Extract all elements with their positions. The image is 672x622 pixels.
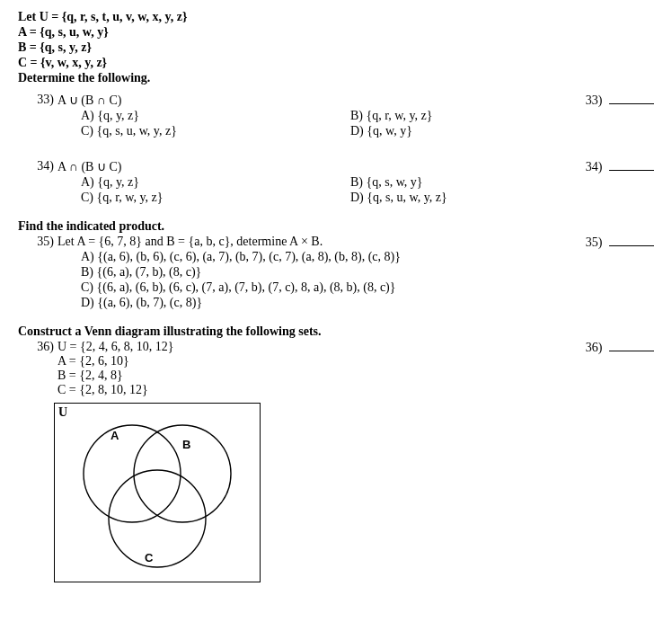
preamble-line-1: Let U = {q, r, s, t, u, v, w, x, y, z} xyxy=(18,10,654,24)
venn-label-c: C xyxy=(145,551,154,564)
q33-answer-blank[interactable] xyxy=(609,93,654,104)
q33-number: 33) xyxy=(18,93,57,108)
q34-answer-label: 34) xyxy=(586,160,603,173)
preamble-block: Let U = {q, r, s, t, u, v, w, x, y, z} A… xyxy=(18,10,654,85)
q34-answer-blank[interactable] xyxy=(609,159,654,171)
question-36: 36) U = {2, 4, 6, 8, 10, 12} 36) A = {2,… xyxy=(18,340,654,582)
preamble-line-4: C = {v, w, x, y, z} xyxy=(18,56,654,70)
q34-answer-slot: 34) xyxy=(586,159,654,174)
preamble-line-2: A = {q, s, u, w, y} xyxy=(18,25,654,40)
preamble-line-3: B = {q, s, y, z} xyxy=(18,40,654,55)
q34-choice-a: A) {q, y, z} xyxy=(81,175,350,190)
q34-text: A ∩ (B ∪ C) xyxy=(57,159,654,174)
question-34: 34) A ∩ (B ∪ C) 34) A) {q, y, z} C) {q, … xyxy=(18,159,654,206)
q34-choice-b: B) {q, s, w, y} xyxy=(350,175,447,190)
q36-number: 36) xyxy=(18,340,57,354)
q36-line-3: B = {2, 4, 8} xyxy=(57,369,654,383)
venn-circle-a xyxy=(84,425,181,522)
q36-line-2: A = {2, 6, 10} xyxy=(57,354,654,369)
q33-choice-c: C) {q, s, u, w, y, z} xyxy=(81,124,350,138)
section-35-heading: Find the indicated product. xyxy=(18,219,654,234)
q34-number: 34) xyxy=(18,159,57,174)
q34-choice-d: D) {q, s, u, w, y, z} xyxy=(350,191,447,205)
q33-choice-b: B) {q, r, w, y, z} xyxy=(350,109,433,123)
q35-choice-c: C) {(6, a), (6, b), (6, c), (7, a), (7, … xyxy=(81,280,654,295)
venn-label-u: U xyxy=(58,405,67,420)
q33-answer-slot: 33) xyxy=(586,93,654,108)
q34-choice-c: C) {q, r, w, y, z} xyxy=(81,191,350,205)
venn-diagram-svg: A B C xyxy=(55,404,260,582)
q36-line-1: U = {2, 4, 6, 8, 10, 12} xyxy=(57,340,654,354)
section-36-heading: Construct a Venn diagram illustrating th… xyxy=(18,324,654,339)
q33-choice-d: D) {q, w, y} xyxy=(350,124,433,138)
q35-choice-d: D) {(a, 6), (b, 7), (c, 8)} xyxy=(81,296,654,310)
q35-text: Let A = {6, 7, 8} and B = {a, b, c}, det… xyxy=(57,235,654,249)
q33-text: A ∪ (B ∩ C) xyxy=(57,93,654,108)
q36-answer-slot: 36) xyxy=(586,340,654,355)
preamble-line-5: Determine the following. xyxy=(18,71,654,85)
venn-label-b: B xyxy=(182,438,190,451)
q36-answer-blank[interactable] xyxy=(609,340,654,351)
question-33: 33) A ∪ (B ∩ C) 33) A) {q, y, z} C) {q, … xyxy=(18,93,654,139)
q35-answer-label: 35) xyxy=(586,235,603,249)
q35-choice-a: A) {(a, 6), (b, 6), (c, 6), (a, 7), (b, … xyxy=(81,250,654,264)
q33-answer-label: 33) xyxy=(586,93,603,107)
venn-diagram-box: U A B C xyxy=(54,403,261,582)
q35-answer-slot: 35) xyxy=(586,235,654,250)
q36-answer-label: 36) xyxy=(586,341,603,354)
q33-choice-a: A) {q, y, z} xyxy=(81,109,350,123)
q35-number: 35) xyxy=(18,235,57,249)
q35-answer-blank[interactable] xyxy=(609,235,654,246)
venn-label-a: A xyxy=(111,429,119,442)
q36-line-4: C = {2, 8, 10, 12} xyxy=(57,383,654,397)
venn-circle-c xyxy=(109,470,206,567)
question-35: 35) Let A = {6, 7, 8} and B = {a, b, c},… xyxy=(18,235,654,310)
q35-choice-b: B) {(6, a), (7, b), (8, c)} xyxy=(81,265,654,280)
